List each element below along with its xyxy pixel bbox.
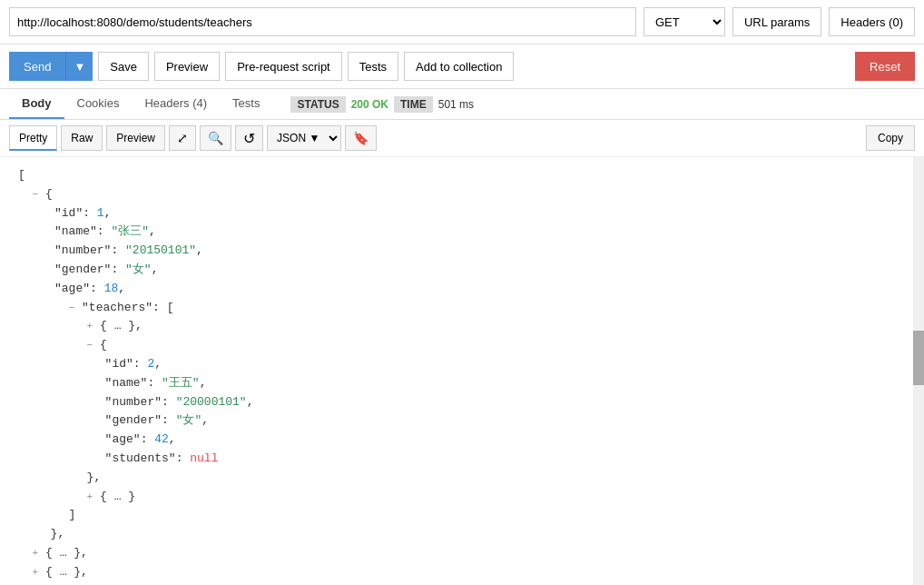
time-value: 501 ms: [438, 98, 474, 111]
main-content: [ − { "id": 1, "name": "张三", "number": "…: [0, 157, 924, 585]
collapse-btn-2[interactable]: −: [69, 302, 75, 313]
json-format-select[interactable]: JSON ▼: [267, 125, 341, 151]
collapse-btn-5[interactable]: +: [87, 491, 93, 502]
json-line-20: },: [18, 525, 906, 544]
search-icon-button[interactable]: 🔍: [200, 125, 231, 151]
json-line-9: + { … },: [18, 317, 906, 336]
search-icon: 🔍: [208, 131, 223, 145]
json-line-5: "number": "20150101",: [18, 242, 906, 261]
json-line-6: "gender": "女",: [18, 261, 906, 280]
bookmark-icon: 🔖: [353, 131, 369, 145]
json-line-15: "age": 42,: [18, 431, 906, 450]
status-badges: STATUS 200 OK TIME 501 ms: [290, 96, 474, 113]
expand-icon-button[interactable]: ⤢: [169, 125, 196, 151]
json-line-11: "id": 2,: [18, 355, 906, 374]
send-arrow-button[interactable]: ▼: [65, 52, 93, 81]
json-line-4: "name": "张三",: [18, 223, 906, 242]
json-line-12: "name": "王五",: [18, 374, 906, 393]
json-line-18: + { … }: [18, 488, 906, 507]
raw-button[interactable]: Raw: [61, 125, 103, 151]
json-line-19: ]: [18, 506, 906, 525]
json-line-16: "students": null: [18, 450, 906, 469]
collapse-btn-3[interactable]: +: [87, 321, 93, 332]
json-line-1: [: [18, 166, 906, 185]
send-button[interactable]: Send: [9, 52, 65, 81]
scrollbar-track: [913, 157, 924, 585]
reset-button[interactable]: Reset: [855, 52, 915, 81]
json-line-3: "id": 1,: [18, 204, 906, 223]
status-label: STATUS: [290, 96, 345, 113]
json-line-7: "age": 18,: [18, 280, 906, 299]
wrap-icon-button[interactable]: ↺: [235, 125, 263, 151]
collapse-btn-1[interactable]: −: [33, 189, 39, 200]
response-tabs: Body Cookies Headers (4) Tests STATUS 20…: [0, 89, 924, 120]
wrap-icon: ↺: [243, 130, 255, 147]
tab-body[interactable]: Body: [9, 89, 64, 119]
collapse-btn-7[interactable]: +: [33, 567, 39, 578]
tab-tests[interactable]: Tests: [220, 89, 272, 119]
url-input[interactable]: [9, 7, 636, 36]
json-line-8: − "teachers": [: [18, 299, 906, 318]
preview-format-button[interactable]: Preview: [106, 125, 165, 151]
tests-button[interactable]: Tests: [348, 52, 398, 81]
json-line-13: "number": "20000101",: [18, 393, 906, 412]
json-line-21: + { … },: [18, 544, 906, 563]
save-button[interactable]: Save: [98, 52, 149, 81]
collapse-btn-4[interactable]: −: [87, 340, 93, 351]
json-output: [ − { "id": 1, "name": "张三", "number": "…: [0, 157, 924, 585]
pre-request-script-button[interactable]: Pre-request script: [225, 52, 342, 81]
method-select[interactable]: GETPOSTPUTDELETEPATCH: [644, 7, 725, 36]
json-line-10: − {: [18, 336, 906, 355]
send-button-group: Send ▼: [9, 52, 93, 81]
time-label: TIME: [394, 96, 433, 113]
format-toolbar: Pretty Raw Preview ⤢ 🔍 ↺ JSON ▼ 🔖 Copy: [0, 120, 924, 157]
scrollbar-thumb[interactable]: [913, 331, 924, 385]
collapse-btn-6[interactable]: +: [33, 548, 39, 559]
copy-button[interactable]: Copy: [866, 125, 915, 151]
json-line-14: "gender": "女",: [18, 411, 906, 431]
tab-headers[interactable]: Headers (4): [132, 89, 220, 119]
json-line-2: − {: [18, 185, 906, 204]
bookmark-icon-button[interactable]: 🔖: [345, 125, 377, 151]
add-to-collection-button[interactable]: Add to collection: [404, 52, 514, 81]
status-code: 200 OK: [351, 98, 388, 111]
url-params-button[interactable]: URL params: [732, 7, 821, 36]
preview-button[interactable]: Preview: [154, 52, 220, 81]
json-line-22: + { … },: [18, 563, 906, 582]
expand-icon: ⤢: [177, 131, 188, 145]
url-bar: GETPOSTPUTDELETEPATCH URL params Headers…: [0, 0, 924, 45]
headers-button[interactable]: Headers (0): [829, 7, 915, 36]
json-line-17: },: [18, 469, 906, 488]
tab-cookies[interactable]: Cookies: [64, 89, 133, 119]
pretty-button[interactable]: Pretty: [9, 125, 57, 151]
action-bar: Send ▼ Save Preview Pre-request script T…: [0, 45, 924, 89]
